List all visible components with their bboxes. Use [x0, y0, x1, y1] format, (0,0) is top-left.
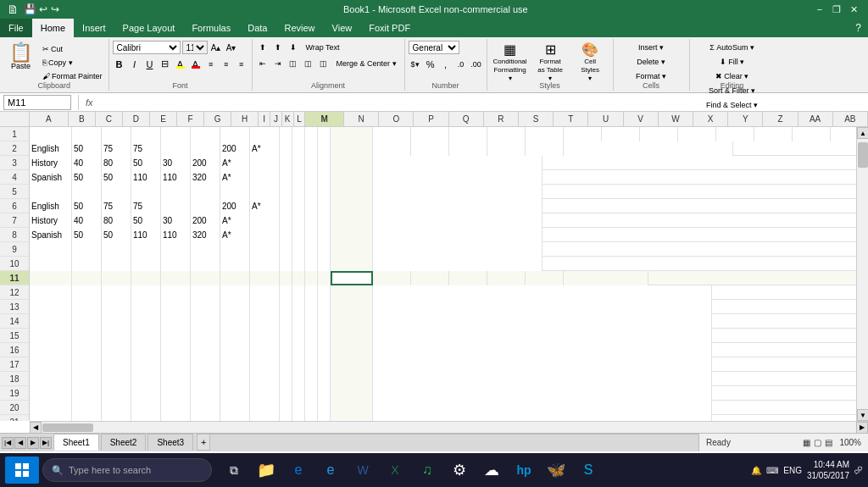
row-num-8[interactable]: 8 — [0, 228, 29, 242]
col-header-b[interactable]: B — [69, 112, 96, 126]
tab-home[interactable]: Home — [32, 19, 74, 37]
cell-g2[interactable]: 200 — [220, 141, 250, 156]
cell-d7[interactable]: 50 — [131, 213, 161, 228]
cell-f3[interactable]: 200 — [191, 156, 220, 170]
col-header-i[interactable]: I — [259, 112, 270, 126]
cell-d1[interactable] — [131, 127, 161, 141]
cell-n2[interactable] — [373, 141, 411, 156]
col-header-p[interactable]: P — [414, 112, 448, 126]
cell-f2[interactable] — [191, 141, 220, 156]
col-header-n[interactable]: N — [344, 112, 379, 126]
row-num-21[interactable]: 21 — [0, 415, 29, 421]
cell-m10[interactable] — [331, 257, 373, 271]
cell-b2[interactable]: 50 — [72, 141, 102, 156]
cell-h8[interactable] — [250, 228, 280, 242]
cell-f7[interactable]: 200 — [191, 213, 220, 228]
cell-i2[interactable] — [280, 141, 292, 156]
middle-align-button[interactable]: ⬆ — [271, 41, 285, 53]
cell-p2[interactable] — [449, 141, 487, 156]
cell-j2[interactable] — [292, 141, 305, 156]
cell-e6[interactable] — [161, 199, 191, 213]
row-num-12[interactable]: 12 — [0, 285, 29, 300]
cell-h3[interactable] — [250, 156, 280, 170]
cell-remaining-4[interactable] — [373, 170, 542, 185]
row-num-9[interactable]: 9 — [0, 242, 29, 257]
settings-button[interactable]: ⚙ — [444, 455, 475, 485]
cell-d8[interactable]: 110 — [131, 228, 161, 242]
merge-center-button[interactable]: Merge & Center ▾ — [332, 57, 401, 70]
cell-m1[interactable] — [331, 127, 373, 141]
cell-k7[interactable] — [305, 213, 318, 228]
cell-b5[interactable] — [72, 185, 102, 199]
cell-b1[interactable] — [72, 127, 102, 141]
row-num-4[interactable]: 4 — [0, 170, 29, 185]
cell-a1[interactable] — [30, 127, 72, 141]
row-num-1[interactable]: 1 — [0, 127, 29, 141]
cell-k1[interactable] — [305, 127, 318, 141]
font-color-button[interactable]: A — [189, 58, 203, 70]
italic-button[interactable]: I — [128, 58, 142, 70]
file-explorer-button[interactable]: 📁 — [251, 455, 281, 485]
increase-font-button[interactable]: A▴ — [209, 42, 223, 54]
tab-review[interactable]: Review — [275, 19, 323, 37]
row-num-15[interactable]: 15 — [0, 329, 29, 343]
cell-r1[interactable] — [526, 127, 564, 141]
bottom-align-button[interactable]: ⬇ — [287, 41, 300, 53]
cell-g5[interactable] — [220, 185, 250, 199]
skype-button[interactable]: S — [573, 455, 604, 485]
col-header-h[interactable]: H — [231, 112, 259, 126]
cell-m6[interactable] — [331, 199, 373, 213]
cell-f6[interactable] — [191, 199, 220, 213]
cell-a6[interactable]: English — [30, 199, 72, 213]
cell-f8[interactable]: 320 — [191, 228, 220, 242]
col-header-a[interactable]: A — [30, 112, 69, 126]
cell-g7[interactable]: A* — [220, 213, 250, 228]
find-select-button[interactable]: Find & Select ▾ — [704, 98, 760, 112]
cell-remaining-6[interactable] — [373, 199, 542, 213]
row-num-14[interactable]: 14 — [0, 314, 29, 329]
col-header-e[interactable]: E — [150, 112, 177, 126]
cell-f4[interactable]: 320 — [191, 170, 220, 185]
top-align-button[interactable]: ⬆ — [256, 41, 270, 53]
cell-j6[interactable] — [292, 199, 305, 213]
col-header-z[interactable]: Z — [763, 112, 798, 126]
help-icon[interactable]: ? — [855, 22, 861, 34]
cell-m7[interactable] — [331, 213, 373, 228]
row-num-16[interactable]: 16 — [0, 343, 29, 357]
tab-insert[interactable]: Insert — [74, 19, 114, 37]
scroll-up-button[interactable]: ▲ — [857, 127, 868, 139]
col-header-w[interactable]: W — [659, 112, 693, 126]
cell-m5[interactable] — [331, 185, 373, 199]
fill-button[interactable]: ⬇ Fill ▾ — [717, 55, 748, 69]
cell-l8[interactable] — [318, 228, 331, 242]
align-center-button[interactable]: ≡ — [220, 58, 233, 70]
col-header-t[interactable]: T — [554, 112, 588, 126]
cell-f5[interactable] — [191, 185, 220, 199]
vertical-scrollbar[interactable]: ▲ ▼ — [856, 127, 868, 421]
insert-sheet-button[interactable]: + — [197, 434, 210, 451]
cell-i3[interactable] — [280, 156, 292, 170]
col-header-x[interactable]: X — [693, 112, 728, 126]
cell-f1[interactable] — [191, 127, 220, 141]
cell-j7[interactable] — [292, 213, 305, 228]
cell-h4[interactable] — [250, 170, 280, 185]
cell-o2[interactable] — [411, 141, 449, 156]
col-header-ab[interactable]: AB — [833, 112, 868, 126]
horizontal-scrollbar[interactable]: ◀ ▶ — [30, 421, 868, 433]
row-num-2[interactable]: 2 — [0, 141, 29, 156]
cell-d6[interactable]: 75 — [131, 199, 161, 213]
cell-b3[interactable]: 40 — [72, 156, 102, 170]
taskview-button[interactable]: ⧉ — [219, 455, 249, 485]
cell-k6[interactable] — [305, 199, 318, 213]
cell-r2[interactable] — [526, 141, 564, 156]
cell-z1[interactable] — [831, 127, 856, 141]
cloud-button[interactable]: ☁ — [476, 455, 507, 485]
cell-e3[interactable]: 30 — [161, 156, 191, 170]
col-header-aa[interactable]: AA — [798, 112, 833, 126]
notification-icon[interactable]: 🔔 — [751, 466, 761, 475]
cell-y1[interactable] — [793, 127, 831, 141]
cell-c7[interactable]: 80 — [102, 213, 131, 228]
col-header-j[interactable]: J — [270, 112, 282, 126]
cell-k3[interactable] — [305, 156, 318, 170]
view-page-icon[interactable]: ▢ — [814, 438, 821, 447]
